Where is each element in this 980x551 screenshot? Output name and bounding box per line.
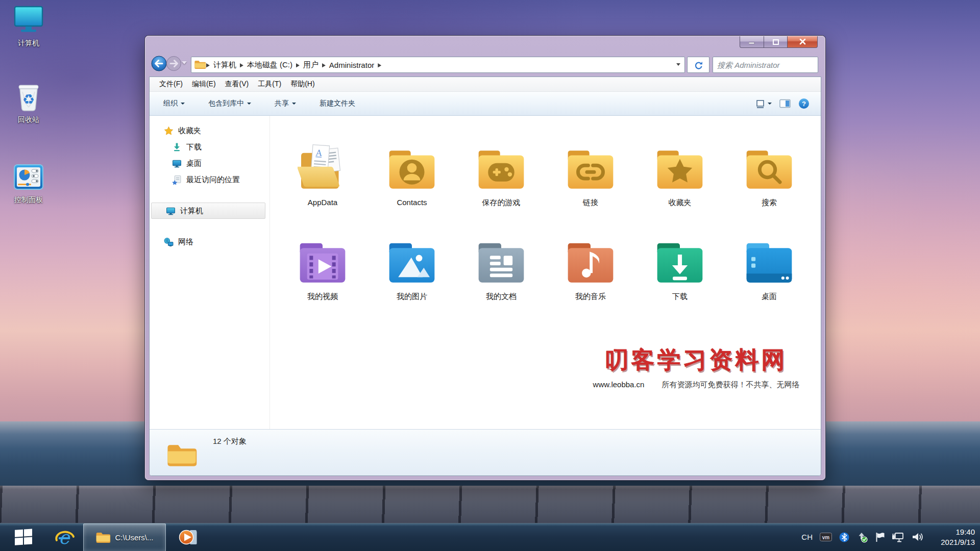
breadcrumb-item[interactable]: 本地磁盘 (C:) (243, 60, 296, 70)
breadcrumb-arrow-icon[interactable]: ▶ (322, 62, 326, 68)
sidebar-item-desktop[interactable]: 桌面 (150, 156, 265, 171)
folder-item[interactable]: 桌面 (731, 233, 807, 319)
breadcrumb-arrow-icon[interactable]: ▶ (378, 62, 381, 68)
update-tray-icon[interactable] (856, 532, 868, 543)
navigation-pane: 收藏夹 下载 桌面 最近访问的位置 计算机 网络 (150, 116, 270, 429)
toolbar-button-label: 组织 (163, 99, 178, 108)
toolbar-button[interactable]: 新建文件夹 (314, 96, 361, 111)
sidebar-item-network[interactable]: 网络 (150, 234, 265, 249)
watermark: 叨客学习资料网 www.leobba.cn 所有资源均可免费获得！不共享、无网络 (576, 344, 816, 390)
watermark-subtitle: www.leobba.cn 所有资源均可免费获得！不共享、无网络 (576, 380, 816, 390)
breadcrumb-arrow-icon[interactable]: ▶ (240, 62, 243, 68)
folder-item[interactable]: 搜索 (731, 139, 807, 225)
menu-item[interactable]: 查看(V) (220, 80, 254, 89)
network-icon (164, 237, 174, 247)
recent-pages-chevron[interactable] (182, 61, 187, 64)
breadcrumb-item[interactable]: 计算机 (210, 60, 240, 70)
change-view-caret[interactable] (768, 103, 772, 105)
breadcrumb-arrow-icon[interactable]: ▶ (206, 62, 210, 68)
toolbar-button[interactable]: 包含到库中 (203, 96, 257, 111)
minimize-button[interactable] (740, 36, 764, 48)
window-client-area: 文件(F)编辑(E)查看(V)工具(T)帮助(H) 组织包含到库中共享新建文件夹 (149, 77, 821, 476)
folder-item-label: 我的文档 (463, 292, 540, 302)
folder-item[interactable]: A AppData (284, 139, 361, 225)
folder-item[interactable]: 我的文档 (463, 233, 540, 319)
watermark-title: 叨客学习资料网 (576, 344, 816, 376)
help-button[interactable]: ? (798, 98, 810, 109)
folder-item-label: AppData (284, 198, 361, 207)
vm-tray-icon[interactable]: vm (820, 533, 832, 542)
videos-folder-icon (294, 233, 351, 290)
toolbar-button[interactable]: 共享 (269, 96, 302, 111)
music-folder-icon (562, 233, 619, 290)
sidebar-item-favorites[interactable]: 收藏夹 (150, 123, 265, 138)
taskbar-clock[interactable]: 19:40 2021/9/13 (931, 527, 975, 547)
network-tray-icon[interactable] (892, 532, 904, 542)
menu-item[interactable]: 工具(T) (253, 80, 286, 89)
folder-icon (95, 531, 111, 544)
folder-item[interactable]: 我的音乐 (552, 233, 629, 319)
sidebar-item-recent[interactable]: 最近访问的位置 (150, 172, 265, 187)
breadcrumb-item[interactable]: 用户 (300, 60, 322, 70)
sidebar-item-label: 计算机 (180, 206, 203, 216)
address-dropdown-button[interactable] (672, 57, 684, 71)
sidebar-item-label: 最近访问的位置 (186, 175, 240, 185)
back-button[interactable] (151, 56, 167, 71)
appdata-folder-icon: A (294, 139, 351, 196)
internet-explorer-button[interactable]: e (51, 523, 78, 550)
desktop-icon-computer[interactable]: 计算机 (4, 4, 53, 48)
refresh-button[interactable] (687, 57, 709, 73)
searches-folder-icon (741, 139, 798, 196)
folder-icon (194, 60, 206, 70)
explorer-task-button[interactable]: C:\Users\... (83, 523, 166, 551)
address-bar[interactable]: ▶计算机▶本地磁盘 (C:)▶用户▶Administrator▶ (191, 57, 685, 73)
breadcrumb-item[interactable]: Administrator (326, 61, 378, 69)
explorer-content: 收藏夹 下载 桌面 最近访问的位置 计算机 网络 A AppData Conta… (150, 116, 821, 429)
downloads-icon (172, 142, 182, 152)
sidebar-item-computer[interactable]: 计算机 (151, 203, 265, 219)
preview-pane-button[interactable] (779, 99, 791, 108)
folder-item[interactable]: 下载 (642, 233, 718, 319)
maximize-button[interactable] (764, 36, 787, 48)
desktop-icon-label: 计算机 (4, 39, 53, 48)
folder-item[interactable]: 我的图片 (374, 233, 450, 319)
command-bar-right: ? (756, 92, 810, 115)
menu-item[interactable]: 文件(F) (155, 80, 187, 89)
navigation-bar: ▶计算机▶本地磁盘 (C:)▶用户▶Administrator▶ (145, 52, 825, 77)
desktop-folder-icon (741, 233, 798, 290)
breadcrumb: ▶计算机▶本地磁盘 (C:)▶用户▶Administrator▶ (206, 57, 381, 72)
dropdown-caret-icon (247, 103, 251, 105)
bluetooth-tray-icon[interactable] (839, 532, 849, 542)
volume-tray-icon[interactable] (912, 532, 924, 542)
documents-folder-icon (473, 233, 530, 290)
language-indicator[interactable]: CH (801, 533, 813, 541)
folder-item[interactable]: Contacts (374, 139, 450, 225)
folder-item[interactable]: 收藏夹 (642, 139, 718, 225)
breadcrumb-arrow-icon[interactable]: ▶ (296, 62, 300, 68)
flag-tray-icon[interactable] (875, 532, 885, 542)
change-view-button[interactable] (756, 99, 772, 109)
close-button[interactable] (787, 36, 818, 48)
desktop-icon-recycle-bin[interactable]: ♻ 回收站 (4, 81, 53, 124)
toolbar-button[interactable]: 组织 (158, 96, 190, 111)
favorites-folder-icon (651, 139, 708, 196)
search-input[interactable] (713, 57, 823, 72)
menu-item[interactable]: 帮助(H) (286, 80, 319, 89)
desktop-icon-control-panel[interactable]: 控制面板 (4, 161, 53, 205)
watermark-note: 所有资源均可免费获得！不共享、无网络 (662, 380, 799, 390)
dropdown-caret-icon (292, 103, 296, 105)
media-player-button[interactable] (175, 523, 202, 550)
sidebar-item-downloads[interactable]: 下载 (150, 139, 265, 155)
menu-item[interactable]: 编辑(E) (187, 80, 220, 89)
folder-item[interactable]: 链接 (552, 139, 629, 225)
forward-button[interactable] (166, 56, 182, 71)
clock-time: 19:40 (931, 527, 975, 537)
start-button[interactable] (9, 523, 38, 550)
computer-icon (166, 206, 176, 216)
folder-item[interactable]: 我的视频 (284, 233, 361, 319)
desktop-icon-label: 控制面板 (4, 195, 53, 205)
window-controls (740, 36, 818, 48)
tray-icons: vm (820, 532, 924, 543)
folder-item[interactable]: 保存的游戏 (463, 139, 540, 225)
svg-text:vm: vm (822, 534, 830, 540)
